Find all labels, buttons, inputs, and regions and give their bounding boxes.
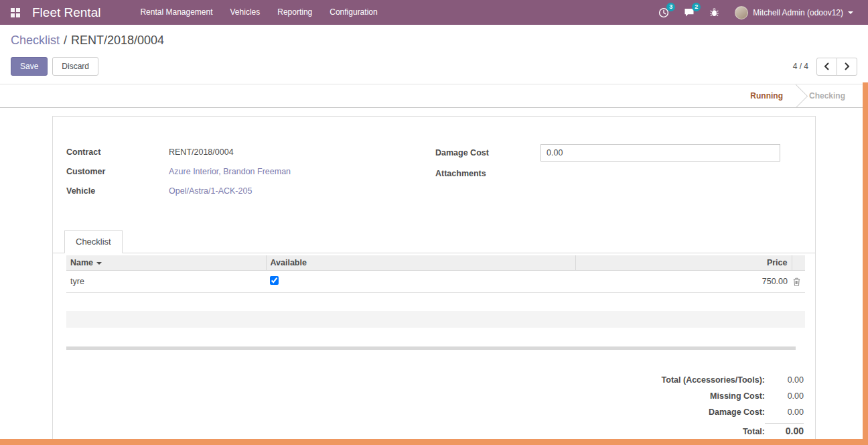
empty-row — [66, 293, 805, 311]
chevron-right-icon — [844, 62, 850, 70]
column-header-available[interactable]: Available — [266, 255, 575, 271]
breadcrumb: Checklist/RENT/2018/0004 — [11, 34, 857, 48]
grand-total-value: 0.00 — [765, 423, 804, 436]
activities-badge: 3 — [666, 3, 675, 11]
user-name: Mitchell Admin (odoov12) — [753, 8, 843, 17]
checklist-list: Name Available Price tyre 750.00 — [53, 253, 815, 328]
totals-section: Total (Accessories/Tools): 0.00 Missing … — [53, 375, 815, 443]
menu-configuration[interactable]: Configuration — [321, 0, 386, 25]
chevron-down-icon — [848, 11, 853, 14]
list-resize-handle[interactable] — [66, 346, 796, 350]
pager-next-button[interactable] — [837, 58, 857, 76]
debug-button[interactable] — [702, 0, 727, 25]
total-accessories-value: 0.00 — [765, 375, 804, 385]
column-header-price[interactable]: Price — [575, 255, 792, 271]
tab-checklist[interactable]: Checklist — [64, 230, 123, 253]
control-panel: Checklist/RENT/2018/0004 Save Discard 4 … — [0, 25, 868, 84]
activities-button[interactable]: 3 — [651, 0, 676, 25]
notebook-tabs: Checklist — [53, 229, 815, 253]
user-avatar — [735, 6, 748, 19]
statusbar: Running Checking — [0, 84, 868, 108]
systray: 3 2 Mitchell Admin (odoov12) — [651, 0, 861, 25]
top-navbar: Fleet Rental Rental Management Vehicles … — [0, 0, 868, 25]
cell-available — [266, 271, 575, 293]
column-header-actions — [792, 255, 805, 271]
damage-cost-input[interactable] — [540, 144, 780, 162]
breadcrumb-parent-link[interactable]: Checklist — [11, 34, 60, 47]
empty-row-stripe — [66, 311, 805, 328]
pager-value: 4 / 4 — [793, 62, 808, 71]
menu-reporting[interactable]: Reporting — [269, 0, 321, 25]
breadcrumb-separator: / — [64, 34, 67, 47]
column-header-name[interactable]: Name — [66, 255, 266, 271]
table-row[interactable]: tyre 750.00 — [66, 271, 805, 293]
horizontal-scrollbar[interactable] — [0, 439, 868, 445]
apps-menu-icon[interactable] — [11, 8, 20, 17]
messages-button[interactable]: 2 — [676, 0, 702, 25]
save-button[interactable]: Save — [11, 57, 48, 76]
cell-name: tyre — [66, 271, 266, 293]
user-menu[interactable]: Mitchell Admin (odoov12) — [727, 0, 861, 25]
customer-label: Customer — [66, 167, 169, 176]
menu-rental-management[interactable]: Rental Management — [131, 0, 221, 25]
total-accessories-label: Total (Accessories/Tools): — [662, 375, 765, 385]
form-view: Contract RENT/2018/0004 Customer Azure I… — [0, 108, 868, 445]
damage-cost-total-value: 0.00 — [765, 407, 804, 417]
attachments-label: Attachments — [435, 169, 540, 178]
form-sheet: Contract RENT/2018/0004 Customer Azure I… — [52, 116, 816, 445]
app-name[interactable]: Fleet Rental — [32, 5, 100, 20]
main-menu: Rental Management Vehicles Reporting Con… — [131, 0, 386, 25]
damage-cost-total-label: Damage Cost: — [709, 407, 765, 417]
chevron-left-icon — [824, 62, 830, 70]
record-pager: 4 / 4 — [793, 58, 857, 76]
vertical-scrollbar[interactable] — [863, 82, 868, 445]
field-group: Contract RENT/2018/0004 Customer Azure I… — [53, 135, 815, 202]
delete-row-button[interactable] — [792, 271, 805, 293]
damage-cost-label: Damage Cost — [435, 148, 540, 157]
grand-total-label: Total: — [743, 427, 765, 436]
contract-value: RENT/2018/0004 — [169, 147, 234, 157]
available-checkbox[interactable] — [270, 276, 279, 285]
cell-price: 750.00 — [575, 271, 792, 293]
trash-icon — [793, 277, 804, 286]
pager-previous-button[interactable] — [816, 58, 837, 76]
discard-button[interactable]: Discard — [52, 57, 98, 76]
contract-label: Contract — [66, 147, 169, 157]
bug-icon — [709, 7, 719, 17]
menu-vehicles[interactable]: Vehicles — [222, 0, 269, 25]
vehicle-link[interactable]: Opel/Astra/1-ACK-205 — [169, 186, 252, 196]
missing-cost-value: 0.00 — [765, 391, 804, 401]
sort-desc-icon — [96, 262, 102, 265]
missing-cost-label: Missing Cost: — [710, 391, 765, 401]
vehicle-label: Vehicle — [66, 186, 169, 196]
messages-badge: 2 — [692, 3, 701, 11]
breadcrumb-current: RENT/2018/0004 — [71, 34, 164, 47]
customer-link[interactable]: Azure Interior, Brandon Freeman — [169, 167, 291, 176]
table-header-row: Name Available Price — [66, 255, 805, 271]
